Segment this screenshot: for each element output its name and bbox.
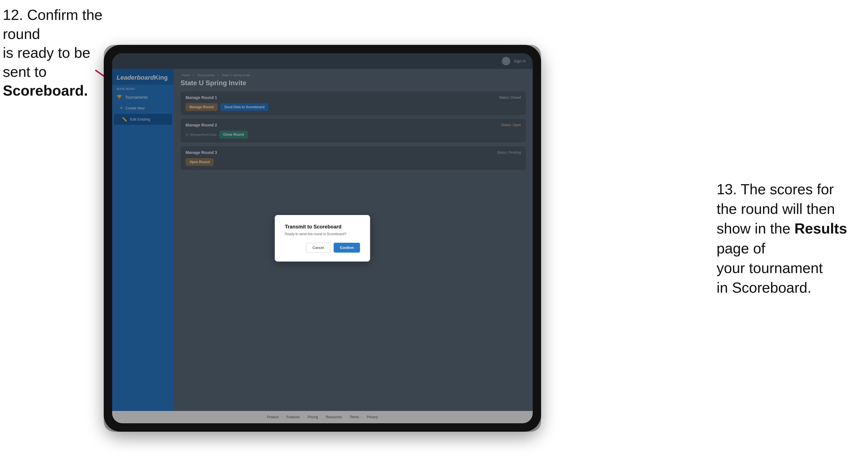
- annotation-step-13: 13. The scores for the round will then s…: [717, 179, 862, 298]
- main-panel: Home / Tournaments / State U Spring Invi…: [174, 69, 533, 411]
- tablet-screen: Sign In LeaderboardKing MAIN MENU 🏆 Tour…: [112, 53, 533, 423]
- modal-overlay: Transmit to Scoreboard Ready to send thi…: [174, 69, 533, 411]
- transmit-modal: Transmit to Scoreboard Ready to send thi…: [275, 215, 370, 261]
- tablet-device: Sign In LeaderboardKing MAIN MENU 🏆 Tour…: [104, 45, 541, 432]
- modal-subtitle: Ready to send this round to Scoreboard?: [285, 232, 360, 236]
- annotation-step-12: 12. Confirm the round is ready to be sen…: [3, 6, 121, 100]
- confirm-button[interactable]: Confirm: [334, 243, 360, 253]
- modal-title: Transmit to Scoreboard: [285, 224, 360, 230]
- content-area: LeaderboardKing MAIN MENU 🏆 Tournaments …: [112, 69, 533, 411]
- cancel-button[interactable]: Cancel: [306, 243, 330, 253]
- modal-buttons: Cancel Confirm: [285, 243, 360, 253]
